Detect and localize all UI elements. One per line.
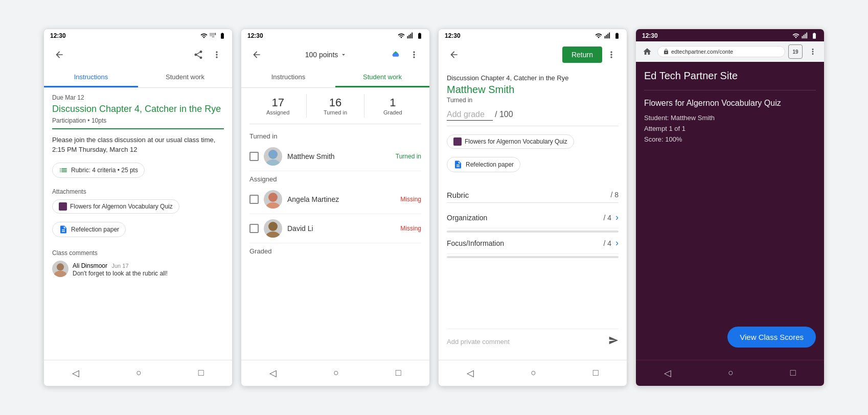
svg-point-9 (266, 202, 280, 209)
svg-rect-5 (412, 33, 413, 39)
score-detail: Score: 100% (644, 135, 816, 143)
student-row-david[interactable]: David Li Missing (249, 214, 421, 243)
status-icons-4 (792, 32, 818, 39)
status-bar-2: 12:30 (241, 29, 429, 41)
screen1: 12:30 Instructions Student work (43, 29, 233, 386)
attachment2-chip[interactable]: Refelection paper (52, 222, 126, 237)
avatar-img-angela (264, 190, 282, 209)
attachment2-chip-3[interactable]: Refelection paper (447, 157, 520, 172)
attachment1-label: Flowers for Algernon Vocabulary Quiz (70, 203, 173, 210)
focus-chevron[interactable]: › (615, 238, 619, 248)
section-assigned: Assigned (249, 175, 421, 183)
home-browser-btn[interactable] (640, 44, 654, 59)
class-comment-1: Ali Dinsmoor Jun 17 Don't forget to look… (52, 261, 224, 277)
svg-point-0 (57, 263, 64, 270)
recents-nav-4[interactable]: □ (784, 365, 802, 381)
site-title: Ed Tech Partner Site (644, 70, 816, 82)
back-nav-3[interactable]: ◁ (461, 365, 480, 381)
home-nav-2[interactable]: ○ (327, 365, 345, 381)
student-row-matthew[interactable]: Matthew Smith Turned in (249, 142, 421, 171)
assigned-stat: 17 Assigned (249, 94, 307, 118)
back-btn-3[interactable] (445, 45, 463, 64)
commenter-avatar-img-1 (52, 261, 68, 277)
svg-rect-16 (802, 36, 803, 39)
points-center: 100 points (266, 51, 386, 59)
home-icon (643, 47, 652, 56)
turned-in-label-3: Turned in (447, 97, 619, 104)
tab-instructions-2[interactable]: Instructions (241, 68, 335, 87)
divider-4 (644, 90, 816, 90)
rubric-section: Rubric / 8 Organization / 4 › Focus/Info… (447, 191, 619, 258)
description-1: Please join the class discussion at our … (52, 135, 224, 154)
tab-student-work-1[interactable]: Student work (138, 68, 232, 87)
wifi-icon-2 (398, 32, 405, 39)
turned-in-stat: 16 Turned in (307, 94, 364, 118)
checkbox-matthew[interactable] (249, 152, 259, 161)
turned-in-num: 16 (307, 96, 363, 109)
return-button[interactable]: Return (562, 47, 602, 63)
screen3: 12:30 Return Discussion Chapter 4, Catch… (438, 29, 627, 386)
share-btn-1[interactable] (189, 45, 208, 64)
svg-rect-4 (410, 34, 411, 38)
view-scores-button[interactable]: View Class Scores (727, 327, 816, 348)
signal-icon-1 (210, 32, 217, 39)
add-comment-row[interactable]: Add private comment (447, 329, 619, 354)
checkbox-angela[interactable] (249, 195, 259, 204)
section-turned-in: Turned in (249, 132, 421, 140)
attachment1-chip[interactable]: Flowers for Algernon Vocabulary Quiz (52, 199, 179, 214)
vocab-quiz-icon-3 (453, 137, 462, 146)
more-btn-1[interactable] (208, 45, 226, 64)
org-label: Organization (447, 214, 487, 222)
wifi-icon-3 (595, 32, 602, 39)
send-icon[interactable] (608, 335, 619, 348)
svg-rect-19 (806, 33, 807, 39)
content-3: Discussion Chapter 4, Catcher in the Rye… (439, 68, 627, 360)
add-grade-field[interactable]: Add grade (447, 110, 493, 121)
home-nav-3[interactable]: ○ (524, 365, 542, 381)
home-nav-1[interactable]: ○ (130, 365, 148, 381)
org-chevron[interactable]: › (615, 212, 619, 223)
svg-rect-13 (606, 35, 607, 38)
svg-rect-3 (409, 35, 410, 38)
doc-icon-3 (453, 160, 463, 169)
checkbox-david[interactable] (249, 224, 259, 233)
bottom-nav-3: ◁ ○ □ (439, 360, 627, 386)
status-bar-1: 12:30 (44, 29, 232, 41)
tab-instructions-1[interactable]: Instructions (44, 68, 138, 87)
dark-content: Ed Tech Partner Site Flowers for Algerno… (636, 62, 824, 360)
attachments-label-1: Attachments (52, 188, 224, 195)
recents-nav-2[interactable]: □ (390, 365, 407, 381)
rubric-chip[interactable]: Rubric: 4 criteria • 25 pts (52, 163, 145, 178)
recents-nav-1[interactable]: □ (192, 365, 210, 381)
more-btn-3[interactable] (602, 45, 621, 64)
add-comment-placeholder[interactable]: Add private comment (447, 338, 510, 345)
home-nav-4[interactable]: ○ (722, 365, 740, 381)
time-1: 12:30 (50, 32, 66, 39)
org-row[interactable]: Organization / 4 › (447, 207, 619, 228)
avatar-angela (264, 190, 282, 209)
url-bar[interactable]: edtechpartner.com/conte (657, 46, 785, 57)
focus-right: / 4 › (603, 238, 619, 248)
student-row-angela[interactable]: Angela Martinez Missing (249, 185, 421, 214)
more-btn-4[interactable] (806, 44, 820, 59)
svg-rect-2 (407, 36, 408, 39)
attachment1-chip-3[interactable]: Flowers for Algernon Vocabulary Quiz (447, 134, 574, 149)
points-label-1: Participation • 10pts (52, 117, 224, 124)
turned-in-label: Turned in (307, 109, 363, 116)
svg-point-11 (266, 232, 280, 238)
more-btn-2[interactable] (405, 45, 423, 64)
back-btn-2[interactable] (247, 45, 266, 64)
focus-row[interactable]: Focus/Information / 4 › (447, 233, 619, 254)
back-nav-1[interactable]: ◁ (66, 365, 85, 381)
recents-nav-3[interactable]: □ (587, 365, 605, 381)
grade-total: / 100 (495, 110, 513, 119)
back-btn-1[interactable] (50, 45, 68, 64)
time-2: 12:30 (247, 32, 263, 39)
back-nav-4[interactable]: ◁ (658, 365, 677, 381)
time-4: 12:30 (642, 32, 658, 39)
tab-count[interactable]: 19 (788, 44, 803, 59)
back-nav-2[interactable]: ◁ (263, 365, 283, 381)
drive-btn[interactable] (386, 45, 405, 64)
tab-student-work-2[interactable]: Student work (335, 68, 429, 87)
attempt-detail: Attempt 1 of 1 (644, 125, 816, 132)
